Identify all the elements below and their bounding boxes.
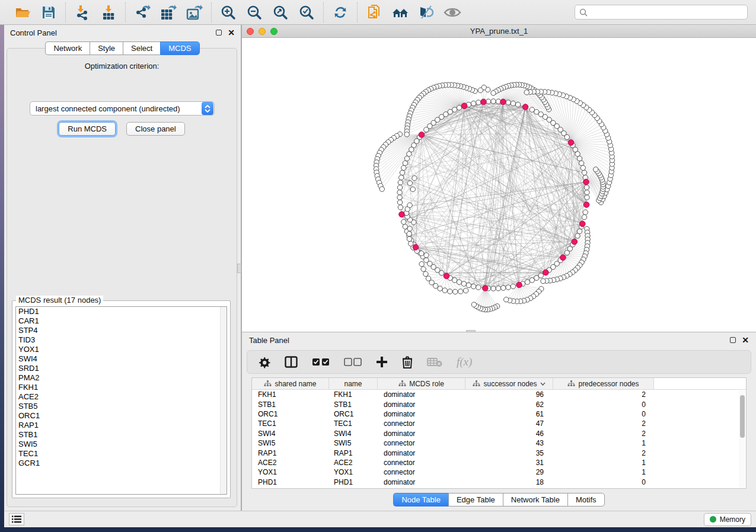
share-network-button[interactable]: [365, 4, 383, 21]
column-header-predecessor-nodes[interactable]: predecessor nodes: [553, 378, 654, 389]
table-row[interactable]: STB1STB1dominator620: [252, 399, 746, 409]
search-box[interactable]: [575, 5, 748, 20]
table-row[interactable]: YOX1YOX1connector291: [252, 467, 746, 477]
memory-button[interactable]: Memory: [704, 513, 751, 526]
network-node: [584, 185, 589, 190]
table-row[interactable]: SWI5SWI5connector431: [252, 438, 746, 448]
zoom-selected-button[interactable]: [298, 4, 315, 21]
network-graph[interactable]: [242, 38, 755, 331]
deselect-all-button[interactable]: [344, 358, 362, 366]
table-row[interactable]: ORC1ORC1dominator610: [252, 409, 746, 419]
column-header-MCDS-role[interactable]: MCDS role: [378, 378, 465, 389]
float-panel-icon[interactable]: [216, 30, 222, 36]
split-view-button[interactable]: [285, 356, 298, 368]
mcds-node: [482, 286, 488, 291]
table-row[interactable]: TEC1TEC1connector472: [252, 419, 746, 428]
table-row[interactable]: ACE2ACE2connector311: [252, 458, 746, 467]
table-cell: 61: [465, 410, 553, 418]
tab-network-table[interactable]: Network Table: [503, 493, 567, 507]
tab-mcds[interactable]: MCDS: [160, 41, 199, 55]
refresh-button[interactable]: [331, 4, 349, 21]
table-row[interactable]: PHD1PHD1dominator180: [252, 477, 746, 487]
import-network-button[interactable]: [74, 4, 91, 21]
add-column-button[interactable]: [376, 356, 388, 368]
zoom-in-button[interactable]: [219, 4, 237, 21]
table-row[interactable]: SWI4SWI4dominator462: [252, 429, 746, 438]
result-list-item[interactable]: ORC1: [16, 411, 227, 421]
export-table-button[interactable]: [160, 4, 177, 21]
close-table-panel-icon[interactable]: ✕: [742, 337, 749, 343]
result-list-item[interactable]: STP4: [16, 326, 227, 335]
table-row[interactable]: FKH1FKH1dominator962: [252, 390, 746, 399]
tab-network[interactable]: Network: [45, 41, 90, 55]
table-cell: 46: [465, 430, 553, 438]
optimization-criterion-dropdown[interactable]: largest connected component (undirected): [30, 101, 215, 116]
home-pages-button[interactable]: [391, 4, 409, 21]
run-mcds-button[interactable]: Run MCDS: [59, 122, 116, 136]
zoom-fit-button[interactable]: [272, 4, 289, 21]
node-table-body: FKH1FKH1dominator962STB1STB1dominator620…: [252, 390, 746, 488]
network-node: [398, 205, 403, 210]
show-graphics-button[interactable]: [444, 4, 461, 21]
vertical-splitter-handle[interactable]: [237, 264, 241, 273]
zoom-out-button[interactable]: [245, 4, 263, 21]
delete-column-button[interactable]: [402, 356, 413, 368]
select-all-button[interactable]: [312, 358, 330, 366]
network-node: [407, 203, 412, 207]
task-history-button[interactable]: [9, 513, 24, 525]
result-list-item[interactable]: CAR1: [16, 316, 227, 326]
tab-edge-table[interactable]: Edge Table: [448, 493, 503, 507]
float-table-panel-icon[interactable]: [730, 337, 736, 343]
table-panel-title: Table Panel: [249, 336, 289, 345]
hierarchy-icon: [567, 380, 575, 387]
tab-style[interactable]: Style: [90, 41, 123, 55]
save-session-button[interactable]: [40, 4, 58, 21]
result-list-item[interactable]: RAP1: [16, 421, 227, 430]
result-list-item[interactable]: ACE2: [16, 392, 227, 402]
table-row[interactable]: RAP1RAP1dominator352: [252, 448, 746, 457]
close-panel-icon[interactable]: ✕: [228, 30, 235, 36]
table-scrollbar[interactable]: [739, 390, 745, 488]
result-list-item[interactable]: PMA2: [16, 373, 227, 383]
result-list-item[interactable]: SRD1: [16, 364, 227, 373]
network-node: [524, 90, 529, 95]
mcds-node: [413, 245, 419, 251]
table-cell: connector: [378, 459, 465, 467]
result-list-item[interactable]: YOX1: [16, 345, 227, 354]
column-header-shared-name[interactable]: shared name: [252, 378, 329, 389]
hide-graphics-button[interactable]: [417, 4, 435, 21]
result-list-item[interactable]: STB1: [16, 430, 227, 440]
import-table-button[interactable]: [100, 4, 117, 21]
mcds-result-title: MCDS result (17 nodes): [16, 296, 103, 305]
desktop-background-strip: [0, 25, 4, 527]
export-image-button[interactable]: [186, 4, 203, 21]
open-session-button[interactable]: [14, 4, 31, 21]
function-builder-button[interactable]: f(x): [457, 355, 472, 368]
result-list-item[interactable]: PHD1: [16, 307, 227, 316]
column-header-successor-nodes[interactable]: successor nodes: [465, 378, 553, 389]
result-list-item[interactable]: STB5: [16, 402, 227, 411]
tab-motifs[interactable]: Motifs: [567, 493, 605, 507]
network-window-titlebar[interactable]: YPA_prune.txt_1: [242, 25, 756, 38]
table-scrollbar-thumb[interactable]: [740, 395, 745, 438]
result-list-item[interactable]: TID3: [16, 335, 227, 345]
column-header-name[interactable]: name: [329, 378, 378, 389]
network-node: [594, 167, 598, 172]
delete-table-button[interactable]: [427, 357, 442, 367]
result-list-item[interactable]: TEC1: [16, 449, 227, 459]
result-list-item[interactable]: GCR1: [16, 459, 227, 468]
tab-select[interactable]: Select: [123, 41, 160, 55]
close-panel-button[interactable]: Close panel: [126, 122, 185, 136]
result-list-scrollbar[interactable]: [220, 307, 227, 494]
result-list-item[interactable]: SWI5: [16, 440, 227, 449]
column-header-filler: [654, 378, 746, 389]
result-list-item[interactable]: FKH1: [16, 383, 227, 392]
export-network-button[interactable]: [133, 4, 151, 21]
result-list-item[interactable]: SWI4: [16, 354, 227, 364]
network-canvas[interactable]: [242, 38, 756, 331]
mcds-result-list[interactable]: PHD1CAR1STP4TID3YOX1SWI4SRD1PMA2FKH1ACE2…: [15, 306, 227, 495]
search-input[interactable]: [591, 8, 743, 17]
table-options-button[interactable]: [258, 356, 270, 368]
tab-node-table[interactable]: Node Table: [393, 493, 448, 507]
table-cell: 0: [553, 400, 654, 409]
